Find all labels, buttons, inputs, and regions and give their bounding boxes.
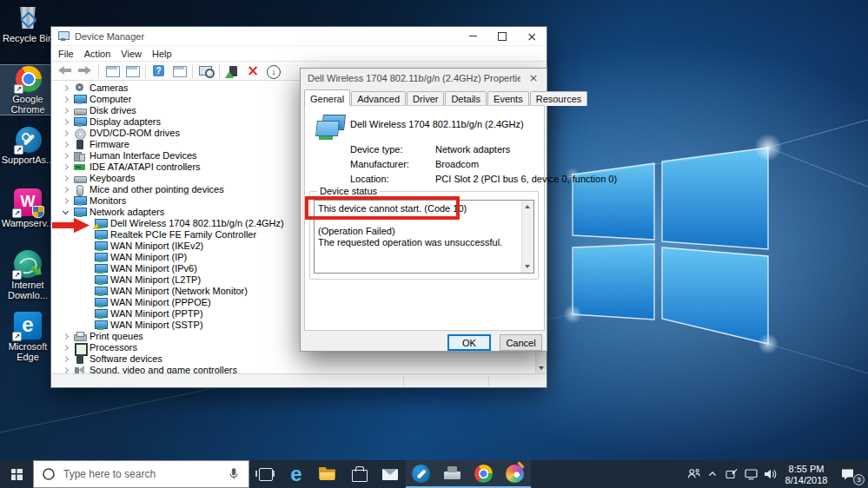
- tree-expander-icon[interactable]: [81, 320, 95, 331]
- volume-icon[interactable]: [760, 460, 779, 488]
- maximize-button[interactable]: [487, 27, 517, 46]
- desktop-icon[interactable]: Recycle Bin: [0, 3, 56, 53]
- tree-item-icon: [74, 332, 85, 341]
- minimize-button[interactable]: [458, 27, 487, 46]
- update-driver-icon[interactable]: [224, 63, 242, 79]
- dialog-close-icon[interactable]: [520, 69, 547, 87]
- tree-expander-icon[interactable]: [60, 195, 74, 207]
- tree-item-label: Mice and other pointing devices: [89, 184, 224, 195]
- field-label: Manufacturer:: [350, 159, 435, 174]
- menu-item[interactable]: File: [53, 46, 79, 62]
- devices-window-icon[interactable]: [170, 63, 188, 79]
- dialog-tab[interactable]: General: [304, 89, 350, 106]
- tree-item-label: Dell Wireless 1704 802.11b/g/n (2.4GHz): [110, 218, 284, 229]
- scan-hardware-changes-icon[interactable]: [197, 63, 215, 79]
- disable-device-icon[interactable]: [264, 63, 282, 79]
- desktop-icon-image: [14, 3, 42, 31]
- tree-expander-icon[interactable]: [60, 162, 74, 173]
- close-button[interactable]: [517, 27, 547, 46]
- tree-item-icon: [95, 287, 106, 296]
- forward-icon[interactable]: [76, 63, 94, 79]
- tree-expander-icon[interactable]: [60, 128, 74, 139]
- tree-expander-icon[interactable]: [60, 82, 74, 94]
- desktop-icon[interactable]: Wampserv...: [0, 188, 56, 238]
- tree-expander-icon[interactable]: [60, 173, 74, 184]
- tree-expander-icon[interactable]: [81, 274, 95, 286]
- tree-expander-icon[interactable]: [81, 286, 95, 297]
- show-console-tree-icon[interactable]: [103, 63, 121, 79]
- tree-item-label: WAN Miniport (PPTP): [110, 308, 203, 320]
- tree-item-icon: [74, 83, 85, 93]
- tree-item-label: Processors: [89, 342, 137, 353]
- ok-button[interactable]: OK: [447, 334, 491, 351]
- tree-expander-icon[interactable]: [60, 353, 74, 365]
- taskbar-app[interactable]: [281, 460, 312, 488]
- tree-expander-icon[interactable]: [60, 139, 74, 150]
- clock-time: 8:55 PM: [779, 464, 833, 475]
- dialog-tab[interactable]: Resources: [530, 91, 588, 106]
- menu-item[interactable]: Help: [147, 46, 177, 62]
- device-manager-titlebar[interactable]: Device Manager: [51, 27, 547, 46]
- taskbar-app[interactable]: [500, 460, 531, 488]
- tree-expander-icon[interactable]: [60, 365, 74, 373]
- desktop-icon-label: Internet Downlo...: [1, 280, 55, 300]
- microphone-icon[interactable]: [219, 467, 248, 481]
- people-icon[interactable]: [684, 460, 703, 488]
- tree-expander-icon[interactable]: [60, 94, 74, 105]
- desktop-icon[interactable]: Google Chrome: [0, 65, 56, 115]
- tree-item-icon: [95, 309, 106, 319]
- desktop-icon[interactable]: Microsoft Edge: [0, 312, 56, 361]
- tree-expander-icon[interactable]: [60, 105, 74, 116]
- uninstall-device-icon[interactable]: [244, 63, 262, 79]
- taskbar-app[interactable]: [343, 460, 374, 488]
- tree-expander-icon[interactable]: [60, 331, 74, 342]
- tree-expander-icon[interactable]: [60, 184, 74, 195]
- tree-item[interactable]: Software devices: [51, 353, 535, 365]
- start-button[interactable]: [0, 460, 33, 488]
- tree-expander-icon[interactable]: [81, 308, 95, 320]
- taskbar-app[interactable]: [437, 460, 468, 488]
- menu-item[interactable]: Action: [79, 46, 116, 62]
- taskbar-app[interactable]: [249, 460, 281, 488]
- tree-item-label: Software devices: [89, 353, 162, 365]
- desktop-icon[interactable]: Internet Downlo...: [0, 250, 56, 300]
- menu-item[interactable]: View: [116, 46, 147, 62]
- network-icon[interactable]: [741, 460, 760, 488]
- dialog-titlebar[interactable]: Dell Wireless 1704 802.11b/g/n (2.4GHz) …: [301, 69, 547, 87]
- taskbar-app[interactable]: [312, 460, 343, 488]
- taskbar-app[interactable]: [406, 460, 437, 488]
- tree-expander-icon[interactable]: [60, 342, 74, 353]
- tree-item-icon: [74, 366, 85, 373]
- properties-icon[interactable]: [123, 63, 141, 79]
- help-icon[interactable]: [150, 63, 168, 79]
- scroll-down-icon[interactable]: [536, 362, 547, 373]
- tree-expander-icon[interactable]: [81, 297, 95, 308]
- tree-expander-icon[interactable]: [60, 150, 74, 162]
- tree-expander-icon[interactable]: [60, 207, 74, 218]
- taskbar-search[interactable]: [33, 460, 249, 488]
- tree-expander-icon[interactable]: [81, 229, 95, 241]
- taskbar-app[interactable]: [468, 460, 500, 488]
- tree-expander-icon[interactable]: [81, 263, 95, 274]
- taskbar-app[interactable]: [374, 460, 406, 488]
- dialog-tab[interactable]: Events: [487, 91, 529, 106]
- dialog-tab[interactable]: Details: [445, 91, 487, 106]
- tree-item[interactable]: Sound, video and game controllers: [51, 365, 535, 373]
- taskbar-search-input[interactable]: [63, 468, 219, 480]
- taskbar: 8:55 PM 8/14/2018 3: [0, 460, 868, 488]
- tray-chevron-up-icon[interactable]: [703, 460, 722, 488]
- back-icon[interactable]: [56, 63, 74, 79]
- pen-input-icon[interactable]: [722, 460, 741, 488]
- taskbar-clock[interactable]: 8:55 PM 8/14/2018: [779, 462, 833, 486]
- action-center-icon[interactable]: 3: [833, 460, 868, 488]
- tree-expander-icon[interactable]: [81, 241, 95, 252]
- cancel-button[interactable]: Cancel: [500, 334, 542, 351]
- status-scrollbar[interactable]: [521, 201, 533, 273]
- cortana-icon[interactable]: [34, 467, 63, 481]
- tree-expander-icon[interactable]: [60, 116, 74, 128]
- dialog-tab[interactable]: Advanced: [351, 91, 406, 106]
- dialog-tab[interactable]: Driver: [407, 91, 444, 106]
- desktop-icon[interactable]: SupportAs...: [0, 127, 56, 176]
- tree-expander-icon[interactable]: [81, 252, 95, 263]
- tree-item-icon: [74, 140, 85, 149]
